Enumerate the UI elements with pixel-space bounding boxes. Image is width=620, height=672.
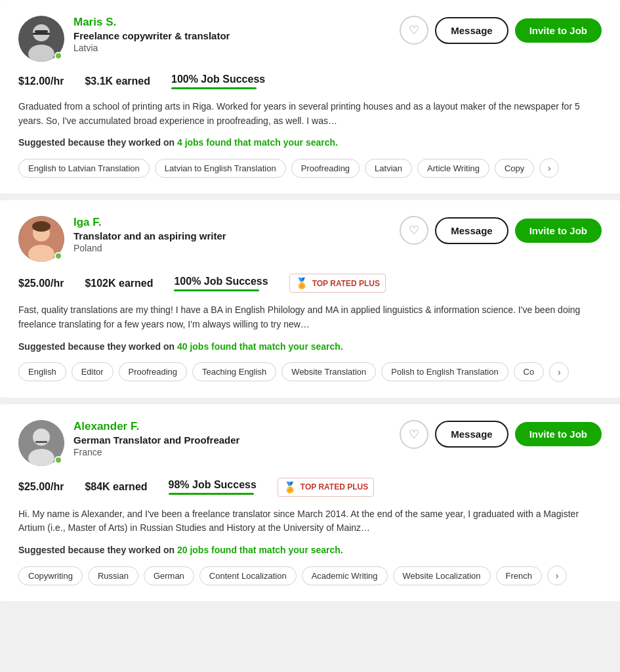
skill-tag[interactable]: Latvian to English Translation [155, 159, 286, 178]
message-button[interactable]: Message [435, 17, 508, 44]
svg-point-8 [32, 221, 51, 232]
stats-row: $25.00/hr $84K earned 98% Job Success 🏅 … [18, 478, 602, 497]
skill-tag[interactable]: Russian [88, 566, 138, 585]
card-actions: ♡ Message Invite to Job [400, 16, 602, 45]
earned-stat: $3.1K earned [85, 75, 150, 87]
skill-tag[interactable]: Copywriting [18, 566, 83, 585]
job-success-stat: 100% Job Success [174, 276, 268, 291]
suggested-link[interactable]: 20 jobs found that match your search. [177, 545, 343, 555]
stats-row: $25.00/hr $102K earned 100% Job Success … [18, 274, 602, 293]
skill-tag[interactable]: Content Localization [199, 566, 297, 585]
suggested-link[interactable]: 40 jobs found that match your search. [177, 341, 343, 352]
online-indicator [54, 52, 62, 60]
profile-name: Maris S. [73, 16, 230, 29]
favorite-button[interactable]: ♡ [400, 16, 428, 45]
earned-stat: $102K earned [85, 278, 153, 289]
skill-tag[interactable]: German [144, 566, 194, 585]
skill-tag[interactable]: Proofreading [119, 362, 187, 381]
favorite-button[interactable]: ♡ [400, 420, 428, 449]
profile-title: German Translator and Proofreader [73, 434, 239, 446]
card-header: Iga F. Translator and an aspiring writer… [18, 216, 602, 262]
profile-left: Iga F. Translator and an aspiring writer… [18, 216, 226, 262]
suggested-text: Suggested because they worked on 40 jobs… [18, 341, 602, 352]
profile-location: France [73, 447, 239, 457]
rate-stat: $25.00/hr [18, 481, 64, 493]
top-rated-badge: 🏅 TOP RATED PLUS [278, 478, 374, 497]
skill-tag[interactable]: Academic Writing [302, 566, 388, 585]
scroll-right-button[interactable]: › [539, 158, 559, 178]
profile-info: Maris S. Freelance copywriter & translat… [73, 16, 230, 53]
avatar-wrap [18, 16, 64, 62]
svg-rect-4 [33, 33, 50, 35]
earned-value: $3.1K earned [85, 75, 150, 87]
card-actions: ♡ Message Invite to Job [400, 216, 602, 245]
profile-name: Iga F. [73, 216, 226, 229]
rate-stat: $12.00/hr [18, 75, 64, 87]
job-success-stat: 100% Job Success [171, 74, 265, 89]
skill-tag[interactable]: Website Localization [393, 566, 491, 585]
top-rated-icon: 🏅 [283, 481, 297, 494]
scroll-right-button[interactable]: › [549, 362, 569, 382]
message-button[interactable]: Message [435, 421, 508, 448]
profile-info: Alexander F. German Translator and Proof… [73, 420, 239, 457]
job-success-stat: 98% Job Success [169, 479, 257, 495]
skill-tag[interactable]: Article Writing [417, 159, 489, 178]
bio-text: Fast, quality translations are my thing!… [18, 303, 602, 331]
suggested-text: Suggested because they worked on 20 jobs… [18, 545, 602, 555]
freelancer-card-alexander: Alexander F. German Translator and Proof… [0, 404, 620, 601]
skill-tag[interactable]: English to Latvian Translation [18, 159, 150, 178]
bio-text: Graduated from a school of printing arts… [18, 100, 602, 128]
skill-tag[interactable]: Copy [495, 159, 534, 178]
online-indicator [54, 252, 62, 260]
job-success-label: 98% Job Success [169, 479, 257, 491]
avatar-wrap [18, 420, 64, 466]
profile-left: Alexander F. German Translator and Proof… [18, 420, 239, 466]
skill-tag[interactable]: French [496, 566, 542, 585]
profile-title: Freelance copywriter & translator [73, 30, 230, 41]
profile-info: Iga F. Translator and an aspiring writer… [73, 216, 226, 253]
skill-tag[interactable]: Proofreading [291, 159, 360, 178]
earned-value: $84K earned [85, 481, 147, 493]
top-rated-label: TOP RATED PLUS [300, 482, 368, 492]
invite-to-job-button[interactable]: Invite to Job [515, 422, 602, 446]
skill-tag[interactable]: Co [514, 362, 545, 381]
message-button[interactable]: Message [435, 217, 508, 244]
job-success-label: 100% Job Success [174, 276, 268, 287]
skill-tag[interactable]: Polish to English Translation [381, 362, 508, 381]
freelancer-card-maris: Maris S. Freelance copywriter & translat… [0, 0, 620, 194]
profile-location: Poland [73, 243, 226, 253]
svg-rect-12 [35, 441, 47, 443]
profile-left: Maris S. Freelance copywriter & translat… [18, 16, 230, 62]
suggested-text: Suggested because they worked on 4 jobs … [18, 137, 602, 148]
card-header: Maris S. Freelance copywriter & translat… [18, 16, 602, 62]
rate-stat: $25.00/hr [18, 278, 64, 289]
card-header: Alexander F. German Translator and Proof… [18, 420, 602, 466]
profile-location: Latvia [73, 43, 230, 53]
bio-text: Hi. My name is Alexander, and I've been … [18, 507, 602, 536]
top-rated-icon: 🏅 [295, 277, 308, 289]
invite-to-job-button[interactable]: Invite to Job [515, 219, 602, 243]
skill-tag[interactable]: English [18, 362, 66, 381]
job-success-bar [169, 493, 254, 495]
top-rated-label: TOP RATED PLUS [312, 279, 380, 288]
svg-point-10 [33, 429, 50, 446]
skill-tag[interactable]: Teaching English [192, 362, 276, 381]
freelancer-card-iga: Iga F. Translator and an aspiring writer… [0, 200, 620, 397]
skills-row: EnglishEditorProofreadingTeaching Englis… [18, 362, 602, 382]
invite-to-job-button[interactable]: Invite to Job [515, 18, 602, 43]
favorite-button[interactable]: ♡ [400, 216, 428, 245]
avatar-wrap [18, 216, 64, 262]
skills-row: CopywritingRussianGermanContent Localiza… [18, 566, 602, 585]
svg-rect-3 [35, 30, 48, 33]
earned-value: $102K earned [85, 278, 153, 289]
suggested-link[interactable]: 4 jobs found that match your search. [177, 137, 338, 148]
card-actions: ♡ Message Invite to Job [400, 420, 602, 449]
skill-tag[interactable]: Website Translation [281, 362, 376, 381]
scroll-right-button[interactable]: › [547, 566, 567, 585]
job-success-label: 100% Job Success [171, 74, 265, 85]
earned-stat: $84K earned [85, 481, 147, 493]
stats-row: $12.00/hr $3.1K earned 100% Job Success [18, 74, 602, 89]
profile-title: Translator and an aspiring writer [73, 230, 226, 242]
skill-tag[interactable]: Latvian [365, 159, 412, 178]
skill-tag[interactable]: Editor [72, 362, 114, 381]
